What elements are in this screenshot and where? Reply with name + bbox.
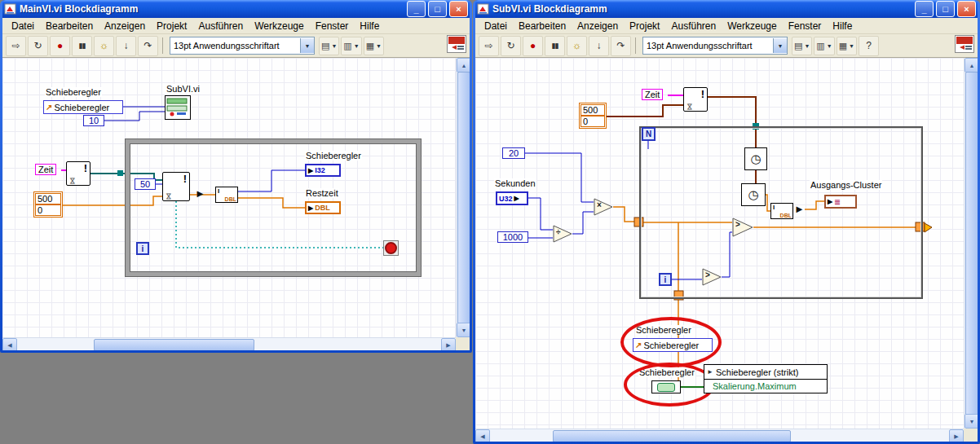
titlebar-mainvi[interactable]: MainVI.vi Blockdiagramm _ □ ×: [2, 0, 470, 18]
scroll-down-button[interactable]: ▼: [457, 323, 470, 337]
align-objects-dropdown[interactable]: ▤▼: [792, 37, 812, 55]
resize-objects-dropdown[interactable]: ▦▼: [364, 37, 384, 55]
menu-anzeigen[interactable]: Anzeigen: [99, 19, 151, 33]
maximize-button[interactable]: □: [936, 1, 955, 17]
chevron-down-icon[interactable]: ▼: [773, 38, 787, 53]
step-into-button[interactable]: ↓: [116, 36, 136, 56]
help-button[interactable]: ?: [859, 36, 879, 56]
distribute-objects-dropdown[interactable]: ▥▼: [341, 37, 361, 55]
subvi-node[interactable]: [165, 95, 191, 120]
numeric-constant-50[interactable]: 50: [135, 178, 156, 190]
close-button[interactable]: ×: [449, 1, 468, 17]
menu-hilfe[interactable]: Hilfe: [354, 19, 385, 33]
vertical-scroll-thumb[interactable]: [457, 72, 470, 324]
titlebar-subvi[interactable]: SubVI.vi Blockdiagramm _ □ ×: [475, 0, 978, 18]
horizontal-scrollbar[interactable]: ◀ ▶: [2, 337, 456, 350]
divide-node[interactable]: ÷: [553, 225, 573, 247]
scroll-down-button[interactable]: ▼: [965, 414, 978, 429]
vertical-scrollbar[interactable]: ▲ ▼: [456, 58, 470, 337]
numeric-constant-1000[interactable]: 1000: [497, 231, 528, 243]
multiply-node[interactable]: ×: [594, 198, 614, 220]
constant-0[interactable]: 0: [35, 204, 61, 216]
menu-datei[interactable]: Datei: [479, 19, 513, 33]
cluster-indicator-terminal[interactable]: ▶ ≣: [824, 195, 857, 209]
dbl-indicator-terminal[interactable]: ▶ DBL: [305, 201, 341, 214]
close-button[interactable]: ×: [957, 1, 976, 17]
greater-node[interactable]: >: [732, 218, 754, 241]
greater-node-2[interactable]: >: [702, 268, 722, 290]
stop-terminal[interactable]: [383, 240, 399, 256]
property-node-item[interactable]: Skalierung.Maximum: [704, 380, 827, 393]
menu-projekt[interactable]: Projekt: [151, 19, 192, 33]
run-button[interactable]: ⇨: [6, 36, 26, 56]
highlight-execution-button[interactable]: ☼: [94, 36, 114, 56]
menu-bearbeiten[interactable]: Bearbeiten: [40, 19, 99, 33]
wait-express-node[interactable]: ! ⋈: [162, 172, 190, 201]
abort-button[interactable]: ●: [523, 36, 543, 56]
maximize-button[interactable]: □: [428, 1, 447, 17]
run-continuous-button[interactable]: ↻: [501, 36, 521, 56]
run-button[interactable]: ⇨: [479, 36, 499, 56]
vertical-scroll-thumb[interactable]: [965, 72, 978, 415]
menu-ausfuehren[interactable]: Ausführen: [192, 19, 249, 33]
to-double-conversion-node[interactable]: I DBL: [215, 187, 238, 203]
constant-0[interactable]: 0: [580, 116, 605, 127]
menu-datei[interactable]: Datei: [6, 19, 40, 33]
menu-hilfe[interactable]: Hilfe: [827, 19, 858, 33]
property-node[interactable]: ► Schieberegler (strikt) Skalierung.Maxi…: [704, 364, 828, 393]
minimize-button[interactable]: _: [407, 1, 426, 17]
pause-button[interactable]: ▮▮: [545, 36, 565, 56]
step-over-button[interactable]: ↷: [138, 36, 158, 56]
i32-indicator-terminal[interactable]: ▶ I32: [305, 164, 341, 177]
time-delay-node[interactable]: ! ⋈: [683, 87, 708, 112]
to-double-conversion-node[interactable]: I DBL: [770, 203, 793, 219]
menu-werkzeuge[interactable]: Werkzeuge: [249, 19, 309, 33]
menu-anzeigen[interactable]: Anzeigen: [572, 19, 624, 33]
numeric-constant-20[interactable]: 20: [502, 147, 525, 159]
count-terminal[interactable]: N: [642, 127, 656, 141]
block-diagram-subvi[interactable]: N Zeit ! ⋈ 500 0 20 Sekunden U32 ▶ 1: [475, 58, 964, 429]
minimize-button[interactable]: _: [915, 1, 934, 17]
wait-ms-node[interactable]: ◷: [744, 147, 767, 170]
control-refnum[interactable]: ↗Schieberegler: [43, 100, 123, 114]
font-selector[interactable]: 13pt Anwendungsschriftart ▼: [170, 37, 315, 55]
scroll-right-button[interactable]: ▶: [949, 429, 964, 442]
constant-500[interactable]: 500: [35, 193, 61, 204]
time-delay-node[interactable]: ! ⋈: [66, 161, 90, 186]
distribute-objects-dropdown[interactable]: ▥▼: [814, 37, 834, 55]
horizontal-scroll-thumb[interactable]: [553, 430, 791, 442]
constant-500[interactable]: 500: [580, 104, 605, 116]
iteration-terminal[interactable]: i: [136, 242, 149, 255]
horizontal-scrollbar[interactable]: ◀ ▶: [475, 429, 964, 442]
menu-fenster[interactable]: Fenster: [310, 19, 355, 33]
highlight-execution-button[interactable]: ☼: [567, 36, 587, 56]
horizontal-scroll-thumb[interactable]: [94, 339, 254, 350]
zeit-label[interactable]: Zeit: [642, 89, 663, 100]
abort-button[interactable]: ●: [50, 36, 70, 56]
vertical-scrollbar[interactable]: ▲ ▼: [964, 58, 978, 429]
menu-ausfuehren[interactable]: Ausführen: [665, 19, 722, 33]
menu-fenster[interactable]: Fenster: [783, 19, 828, 33]
scroll-right-button[interactable]: ▶: [441, 338, 456, 350]
u32-control-terminal[interactable]: U32 ▶: [496, 191, 528, 205]
slider-terminal-node[interactable]: [651, 380, 681, 393]
block-diagram-mainvi[interactable]: Schieberegler ↗Schieberegler 10 SubVI.vi…: [2, 58, 456, 337]
scroll-up-button[interactable]: ▲: [965, 58, 978, 73]
resize-objects-dropdown[interactable]: ▦▼: [837, 37, 857, 55]
cluster-constant[interactable]: 500 0: [579, 103, 607, 129]
step-over-button[interactable]: ↷: [611, 36, 631, 56]
font-selector[interactable]: 13pt Anwendungsschriftart ▼: [642, 37, 788, 55]
pause-button[interactable]: ▮▮: [72, 36, 92, 56]
run-continuous-button[interactable]: ↻: [28, 36, 48, 56]
menu-projekt[interactable]: Projekt: [624, 19, 665, 33]
scroll-up-button[interactable]: ▲: [457, 58, 470, 73]
zeit-label[interactable]: Zeit: [35, 164, 56, 175]
control-refnum[interactable]: ↗Schieberegler: [633, 338, 713, 352]
numeric-constant-10[interactable]: 10: [83, 115, 104, 126]
scroll-left-button[interactable]: ◀: [2, 338, 17, 350]
menu-werkzeuge[interactable]: Werkzeuge: [722, 19, 782, 33]
menu-bearbeiten[interactable]: Bearbeiten: [513, 19, 572, 33]
chevron-down-icon[interactable]: ▼: [300, 38, 314, 53]
step-into-button[interactable]: ↓: [589, 36, 609, 56]
tick-count-node[interactable]: ◷: [741, 183, 766, 206]
